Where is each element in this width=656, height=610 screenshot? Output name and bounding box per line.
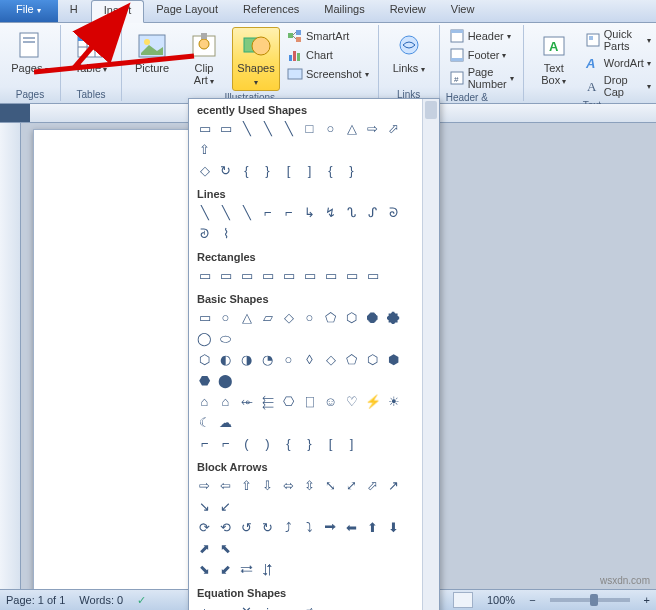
shape-item[interactable]: ÷ <box>258 602 277 610</box>
shape-item[interactable]: ⬊ <box>195 560 214 579</box>
table-button[interactable]: Table <box>67 27 115 78</box>
shape-item[interactable]: ↻ <box>216 161 235 180</box>
shape-item[interactable]: ⌐ <box>279 203 298 222</box>
shape-item[interactable]: ╲ <box>195 203 214 222</box>
shape-item[interactable]: ○ <box>279 350 298 369</box>
shape-item[interactable]: { <box>279 434 298 453</box>
picture-button[interactable]: Picture <box>128 27 176 77</box>
shape-item[interactable]: ⬡ <box>363 350 382 369</box>
shape-item[interactable]: ↳ <box>300 203 319 222</box>
tab-view[interactable]: View <box>439 0 488 22</box>
shape-item[interactable]: ▭ <box>195 119 214 138</box>
tab-review[interactable]: Review <box>378 0 439 22</box>
tab-home-truncated[interactable]: H <box>58 0 91 22</box>
shape-item[interactable]: ⯃ <box>363 308 382 327</box>
shape-item[interactable]: ⬤ <box>216 371 235 390</box>
shape-item[interactable]: ⚡ <box>363 392 382 411</box>
shape-item[interactable]: ᘑ <box>195 224 214 243</box>
zoom-level[interactable]: 100% <box>487 594 515 606</box>
shape-item[interactable]: ⌂ <box>195 392 214 411</box>
shape-item[interactable]: ⌐ <box>216 434 235 453</box>
shape-item[interactable]: ⮕ <box>321 518 340 537</box>
shape-item[interactable]: ↙ <box>216 497 235 516</box>
shape-item[interactable]: ○ <box>321 119 340 138</box>
shape-item[interactable]: □ <box>300 119 319 138</box>
shape-item[interactable]: ⮂ <box>237 560 256 579</box>
shape-item[interactable]: ⬠ <box>321 308 340 327</box>
shape-item[interactable]: ⬈ <box>195 539 214 558</box>
shape-item[interactable]: ○ <box>300 308 319 327</box>
shape-item[interactable]: ᘐ <box>384 203 403 222</box>
shape-item[interactable]: ↺ <box>237 518 256 537</box>
shape-item[interactable]: ◇ <box>195 161 214 180</box>
shape-item[interactable]: ⬰ <box>237 392 256 411</box>
shape-item[interactable]: ╲ <box>237 119 256 138</box>
shape-item[interactable]: ↯ <box>321 203 340 222</box>
shape-item[interactable]: ⬇ <box>384 518 403 537</box>
shape-item[interactable]: ] <box>342 434 361 453</box>
shape-item[interactable]: ⎕ <box>300 392 319 411</box>
pages-button[interactable]: Pages <box>6 27 54 78</box>
shape-item[interactable]: ⬉ <box>216 539 235 558</box>
shape-item[interactable]: ⬱ <box>258 392 277 411</box>
wordart-button[interactable]: A WordArt ▾ <box>582 54 654 72</box>
shape-item[interactable]: ▭ <box>216 266 235 285</box>
clipart-button[interactable]: Clip Art <box>180 27 228 90</box>
shape-item[interactable]: ⬄ <box>279 476 298 495</box>
screenshot-button[interactable]: Screenshot ▾ <box>284 65 372 83</box>
shape-item[interactable]: ] <box>300 161 319 180</box>
shape-item[interactable]: ⬠ <box>342 350 361 369</box>
smartart-button[interactable]: SmartArt <box>284 27 372 45</box>
shape-item[interactable]: ⬅ <box>342 518 361 537</box>
shape-item[interactable]: ◊ <box>300 350 319 369</box>
shape-item[interactable]: ⟲ <box>216 518 235 537</box>
tab-mailings[interactable]: Mailings <box>312 0 377 22</box>
links-button[interactable]: Links <box>385 27 433 78</box>
shape-item[interactable]: ⇧ <box>237 476 256 495</box>
menu-scrollbar[interactable] <box>422 99 439 610</box>
tab-file[interactable]: File ▾ <box>0 0 58 22</box>
shape-item[interactable]: [ <box>279 161 298 180</box>
shape-item[interactable]: ⬆ <box>363 518 382 537</box>
shape-item[interactable]: ⇳ <box>300 476 319 495</box>
shape-item[interactable]: ⤵ <box>300 518 319 537</box>
shape-item[interactable]: ⟳ <box>195 518 214 537</box>
shape-item[interactable]: ⬡ <box>195 350 214 369</box>
shape-item[interactable]: ╲ <box>258 119 277 138</box>
shape-item[interactable]: ☺ <box>321 392 340 411</box>
shape-item[interactable]: ▭ <box>321 266 340 285</box>
zoom-out[interactable]: − <box>529 594 535 606</box>
textbox-button[interactable]: A Text Box <box>530 27 578 90</box>
shape-item[interactable]: ╲ <box>216 203 235 222</box>
shape-item[interactable]: ⬋ <box>216 560 235 579</box>
header-button[interactable]: Header ▾ <box>446 27 517 45</box>
pagenumber-button[interactable]: # Page Number ▾ <box>446 65 517 91</box>
status-words[interactable]: Words: 0 <box>79 594 123 606</box>
shape-item[interactable]: ⬣ <box>195 371 214 390</box>
shape-item[interactable]: ⬡ <box>342 308 361 327</box>
shape-item[interactable]: } <box>342 161 361 180</box>
tab-page-layout[interactable]: Page Layout <box>144 0 231 22</box>
shape-item[interactable]: ≠ <box>300 602 319 610</box>
shape-item[interactable]: } <box>300 434 319 453</box>
shape-item[interactable]: △ <box>237 308 256 327</box>
shape-item[interactable]: ☁ <box>216 413 235 432</box>
shape-item[interactable]: ↻ <box>258 518 277 537</box>
shape-item[interactable]: ⬭ <box>216 329 235 348</box>
shape-item[interactable]: ) <box>258 434 277 453</box>
zoom-in[interactable]: + <box>644 594 650 606</box>
shape-item[interactable]: ⇨ <box>363 119 382 138</box>
shape-item[interactable]: ○ <box>216 308 235 327</box>
shape-item[interactable]: ╲ <box>237 203 256 222</box>
shapes-button[interactable]: Shapes <box>232 27 280 91</box>
shape-item[interactable]: ⤴ <box>279 518 298 537</box>
shape-item[interactable]: ＋ <box>195 602 214 610</box>
shape-item[interactable]: ⯄ <box>384 308 403 327</box>
shape-item[interactable]: } <box>258 161 277 180</box>
shape-item[interactable]: ⌐ <box>195 434 214 453</box>
shape-item[interactable]: { <box>321 161 340 180</box>
shape-item[interactable]: ▭ <box>216 119 235 138</box>
shape-item[interactable]: ▭ <box>342 266 361 285</box>
dropcap-button[interactable]: A Drop Cap ▾ <box>582 73 654 99</box>
shape-item[interactable]: ▭ <box>300 266 319 285</box>
